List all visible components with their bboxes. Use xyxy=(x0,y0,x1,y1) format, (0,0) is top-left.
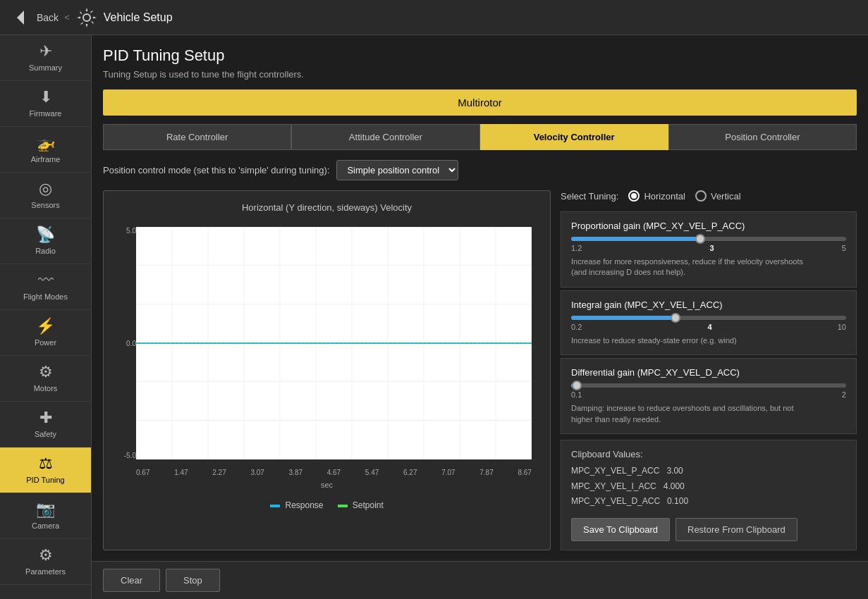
sidebar-item-sensors[interactable]: ◎Sensors xyxy=(0,173,91,218)
restore-from-clipboard-button[interactable]: Restore From Clipboard xyxy=(676,518,797,541)
page-title: PID Tuning Setup xyxy=(103,47,857,65)
airframe-icon: 🚁 xyxy=(36,135,55,151)
sidebar-item-flight-modes[interactable]: 〰Flight Modes xyxy=(0,264,91,310)
clear-button[interactable]: Clear xyxy=(103,569,160,592)
clipboard-section: Clipboard Values: MPC_XY_VEL_P_ACC 3.00 … xyxy=(561,440,857,550)
proportional-max: 5 xyxy=(842,244,846,252)
legend-setpoint-dot xyxy=(338,505,348,507)
integral-gain-block: Integral gain (MPC_XY_VEL_I_ACC) 0.2 4 1… xyxy=(561,290,857,355)
sidebar-item-radio[interactable]: 📡Radio xyxy=(0,218,91,264)
breadcrumb-separator: < xyxy=(64,12,70,23)
proportional-min: 1.2 xyxy=(571,244,582,252)
back-arrow-icon xyxy=(11,8,31,27)
main-content: PID Tuning Setup Tuning Setup is used to… xyxy=(92,35,868,561)
tuning-select-row: Select Tuning: Horizontal Vertical xyxy=(561,190,857,202)
proportional-gain-title: Proportional gain (MPC_XY_VEL_P_ACC) xyxy=(571,221,846,231)
sidebar-item-parameters[interactable]: ⚙Parameters xyxy=(0,539,91,585)
topbar-title: Vehicle Setup xyxy=(104,11,173,24)
differential-max: 2 xyxy=(842,390,846,399)
integral-slider-thumb[interactable] xyxy=(671,313,680,323)
sidebar-label-summary: Summary xyxy=(29,63,62,72)
sidebar-label-flight-modes: Flight Modes xyxy=(23,292,68,301)
differential-slider-thumb[interactable] xyxy=(572,381,582,390)
chart-legend: Response Setpoint xyxy=(115,500,539,510)
sidebar-item-airframe[interactable]: 🚁Airframe xyxy=(0,127,91,173)
sidebar-label-motors: Motors xyxy=(34,384,58,393)
radio-vertical[interactable]: Vertical xyxy=(695,190,741,202)
sidebar-item-camera[interactable]: 📷Camera xyxy=(0,493,91,539)
differential-min: 0.1 xyxy=(571,390,582,399)
sidebar-item-summary[interactable]: ✈Summary xyxy=(0,35,91,81)
safety-icon: ✚ xyxy=(39,410,52,426)
integral-slider-track[interactable] xyxy=(571,316,846,320)
tab-velocity-controller[interactable]: Velocity Controller xyxy=(480,124,668,150)
differential-desc-colored: Damping: increase to reduce overshoots a… xyxy=(571,404,794,412)
clipboard-rows: MPC_XY_VEL_P_ACC 3.00 MPC_XY_VEL_I_ACC 4… xyxy=(571,464,846,510)
sensors-icon: ◎ xyxy=(39,181,52,197)
sidebar-label-radio: Radio xyxy=(35,247,56,255)
proportional-desc-plain: (and increasing D does not help). xyxy=(571,268,685,276)
legend-setpoint: Setpoint xyxy=(338,500,384,510)
proportional-gain-block: Proportional gain (MPC_XY_VEL_P_ACC) 1.2… xyxy=(561,211,857,288)
power-icon: ⚡ xyxy=(36,319,55,334)
sidebar-item-motors[interactable]: ⚙Motors xyxy=(0,356,91,402)
radio-horizontal-label: Horizontal xyxy=(644,191,685,202)
page-description: Tuning Setup is used to tune the flight … xyxy=(103,69,857,80)
y-label-top: 5.0 xyxy=(121,227,136,235)
position-mode-label: Position control mode (set this to 'simp… xyxy=(103,165,329,175)
sidebar-label-parameters: Parameters xyxy=(25,567,66,576)
radio-horizontal-circle[interactable] xyxy=(628,190,640,202)
proportional-slider-thumb[interactable] xyxy=(695,234,705,244)
proportional-slider-track[interactable] xyxy=(571,237,846,241)
sidebar-item-firmware[interactable]: ⬇Firmware xyxy=(0,81,91,127)
stop-button[interactable]: Stop xyxy=(166,569,220,592)
radio-vertical-circle[interactable] xyxy=(695,190,707,202)
proportional-slider-fill xyxy=(571,237,700,241)
clipboard-key-d: MPC_XY_VEL_D_ACC xyxy=(571,496,660,506)
position-mode-select[interactable]: Simple position control Full position co… xyxy=(336,160,458,180)
proportional-desc-colored: Increase for more responsiveness, reduce… xyxy=(571,257,803,266)
tab-attitude-controller[interactable]: Attitude Controller xyxy=(291,124,479,150)
clipboard-key-p: MPC_XY_VEL_P_ACC xyxy=(571,466,659,476)
integral-max: 10 xyxy=(838,323,846,331)
sidebar-label-power: Power xyxy=(35,338,56,347)
save-to-clipboard-button[interactable]: Save To Clipboard xyxy=(571,518,670,541)
differential-desc: Damping: increase to reduce overshoots a… xyxy=(571,403,846,425)
sidebar-label-airframe: Airframe xyxy=(31,155,61,163)
differential-range-labels: 0.1 2 xyxy=(571,390,846,399)
tab-position-controller[interactable]: Position Controller xyxy=(668,124,857,150)
clipboard-title: Clipboard Values: xyxy=(571,449,846,459)
camera-icon: 📷 xyxy=(36,502,55,517)
sidebar-item-safety[interactable]: ✚Safety xyxy=(0,402,91,447)
integral-value: 4 xyxy=(707,323,711,331)
legend-response-dot xyxy=(270,505,280,507)
radio-horizontal[interactable]: Horizontal xyxy=(628,190,685,202)
back-button[interactable]: Back xyxy=(37,12,59,23)
clipboard-key-i: MPC_XY_VEL_I_ACC xyxy=(571,481,656,491)
chart-svg xyxy=(136,227,532,459)
controller-tabs: Rate Controller Attitude Controller Velo… xyxy=(103,124,857,150)
sidebar-item-power[interactable]: ⚡Power xyxy=(0,310,91,356)
radio-icon: 📡 xyxy=(36,227,55,242)
topbar: Back < Vehicle Setup xyxy=(0,0,868,35)
sidebar-label-firmware: Firmware xyxy=(30,109,62,118)
bottom-toolbar: Clear Stop xyxy=(92,561,868,599)
multirotor-banner: Multirotor xyxy=(103,89,857,116)
firmware-icon: ⬇ xyxy=(39,89,52,105)
radio-vertical-label: Vertical xyxy=(711,191,741,202)
chart-section: Horizontal (Y direction, sideways) Veloc… xyxy=(103,190,551,550)
proportional-range-labels: 1.2 3 5 xyxy=(571,244,846,252)
gear-icon xyxy=(75,6,98,29)
sidebar-item-pid-tuning[interactable]: ⚖PID Tuning xyxy=(0,447,91,493)
clipboard-row-d: MPC_XY_VEL_D_ACC 0.100 xyxy=(571,494,846,510)
differential-slider-track[interactable] xyxy=(571,383,846,388)
parameters-icon: ⚙ xyxy=(39,548,53,563)
content-area: Horizontal (Y direction, sideways) Veloc… xyxy=(103,190,857,550)
clipboard-buttons: Save To Clipboard Restore From Clipboard xyxy=(571,518,846,541)
tab-rate-controller[interactable]: Rate Controller xyxy=(103,124,291,150)
differential-gain-block: Differential gain (MPC_XY_VEL_D_ACC) 0.1… xyxy=(561,358,857,434)
controls-section: Select Tuning: Horizontal Vertical Propo… xyxy=(561,190,857,550)
chart-y-axis: 5.0 0.0 -5.0 xyxy=(121,227,136,459)
proportional-value: 3 xyxy=(710,244,714,252)
summary-icon: ✈ xyxy=(39,44,52,59)
